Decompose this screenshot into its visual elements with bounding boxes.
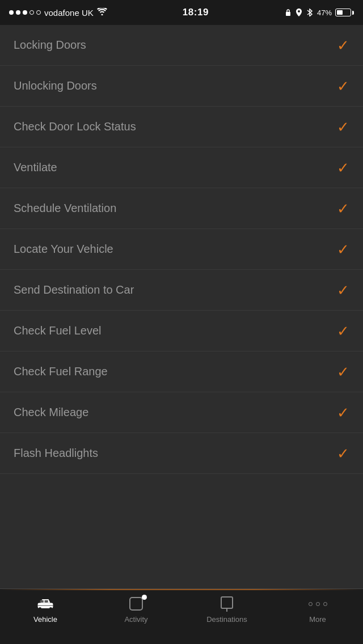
feature-label: Ventilate [14,161,57,174]
bluetooth-icon [306,9,314,16]
feature-label: Schedule Ventilation [14,202,116,215]
checkmark-icon: ✓ [337,160,349,175]
tab-more-label: More [309,615,326,624]
list-item[interactable]: Check Mileage✓ [0,392,363,433]
more-dot-1 [309,602,313,606]
battery-icon [335,9,354,16]
status-left: vodafone UK [9,8,107,18]
feature-label: Check Mileage [14,406,88,419]
features-list: Locking Doors✓Unlocking Doors✓Check Door… [0,25,363,588]
destinations-tab-icon [218,596,235,612]
feature-label: Check Door Lock Status [14,120,136,133]
carrier-label: vodafone UK [44,8,94,18]
activity-icon-wrapper [128,596,145,612]
more-tab-icon [309,596,326,612]
signal-dot-1 [9,10,14,15]
list-item[interactable]: Check Fuel Range✓ [0,351,363,392]
feature-label: Flash Headlights [14,447,98,460]
tab-bar: Vehicle Activity Destinations [0,588,363,644]
checkmark-icon: ✓ [337,405,349,420]
feature-label: Check Fuel Range [14,365,108,378]
vehicle-tab-icon [37,596,54,612]
list-item[interactable]: Unlocking Doors✓ [0,66,363,107]
list-item[interactable]: Locate Your Vehicle✓ [0,229,363,270]
svg-rect-4 [39,607,41,609]
feature-label: Locking Doors [14,39,86,52]
svg-rect-9 [130,598,142,610]
activity-icon [129,596,143,611]
signal-dot-3 [23,10,27,15]
location-icon [296,9,302,16]
car-icon [37,597,54,611]
tab-vehicle[interactable]: Vehicle [0,594,91,624]
tab-destinations-label: Destinations [206,615,247,624]
status-bar: vodafone UK 18:19 47% [0,0,363,25]
list-item[interactable]: Schedule Ventilation✓ [0,188,363,229]
destination-icon [220,596,234,612]
checkmark-icon: ✓ [337,38,349,53]
feature-label: Send Destination to Car [14,283,134,296]
svg-rect-7 [44,600,48,603]
signal-dot-2 [16,10,20,15]
svg-rect-0 [286,12,290,16]
signal-dots [9,10,41,15]
svg-rect-6 [40,600,44,603]
tab-activity-label: Activity [124,615,147,624]
signal-dot-4 [29,10,34,15]
feature-label: Locate Your Vehicle [14,243,113,256]
list-item[interactable]: Check Door Lock Status✓ [0,107,363,147]
tab-destinations[interactable]: Destinations [182,594,272,624]
signal-dot-5 [36,10,41,15]
activity-notification-dot [142,595,147,600]
wifi-icon [97,8,107,17]
status-right: 47% [284,9,354,17]
checkmark-icon: ✓ [337,79,349,94]
list-item[interactable]: Locking Doors✓ [0,25,363,66]
list-item[interactable]: Check Fuel Level✓ [0,311,363,351]
list-item[interactable]: Flash Headlights✓ [0,433,363,474]
tab-more[interactable]: More [272,594,363,624]
checkmark-icon: ✓ [337,446,349,461]
status-time: 18:19 [183,7,209,18]
checkmark-icon: ✓ [337,365,349,379]
checkmark-icon: ✓ [337,120,349,134]
checkmark-icon: ✓ [337,283,349,298]
more-dot-2 [316,602,320,606]
list-item[interactable]: Ventilate✓ [0,147,363,188]
feature-label: Unlocking Doors [14,79,97,92]
battery-percentage: 47% [317,9,332,17]
more-dots-icon [309,602,327,606]
tab-activity[interactable]: Activity [91,594,182,624]
checkmark-icon: ✓ [337,324,349,338]
more-dot-3 [323,602,327,606]
checkmark-icon: ✓ [337,201,349,216]
list-item[interactable]: Send Destination to Car✓ [0,270,363,311]
lock-icon [284,9,292,16]
svg-rect-5 [49,607,52,609]
feature-label: Check Fuel Level [14,324,102,337]
tab-vehicle-label: Vehicle [33,615,57,624]
checkmark-icon: ✓ [337,242,349,257]
